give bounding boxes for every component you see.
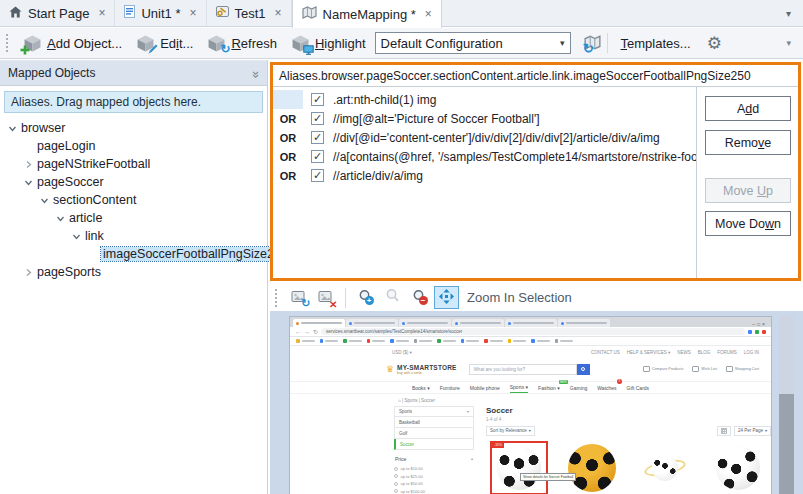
tab-unit1[interactable]: Unit1 *× xyxy=(115,0,206,26)
tree-node-pagesoccer[interactable]: pageSoccer xyxy=(0,173,267,191)
mapped-objects-panel: Mapped Objects » Aliases. Drag mapped ob… xyxy=(0,60,268,494)
preview-scrollbar-thumb[interactable] xyxy=(779,394,794,494)
soccer-ball-image xyxy=(716,446,760,490)
gear-icon[interactable]: ⚙ xyxy=(707,33,722,54)
chevron-down-icon[interactable] xyxy=(38,196,51,205)
move-up-button[interactable]: Move Up xyxy=(705,178,791,203)
chevron-right-icon[interactable] xyxy=(22,268,35,277)
tree-node-article[interactable]: article xyxy=(0,209,267,227)
tab-test1[interactable]: Test1× xyxy=(207,0,292,26)
browser-tab-thumbnail xyxy=(558,319,610,327)
nav-item: Gaming xyxy=(570,383,588,393)
add-selector-button[interactable]: Add xyxy=(705,96,791,121)
nav-item: Watches3 xyxy=(597,383,616,393)
radio-icon xyxy=(394,467,398,471)
new-badge: NEW xyxy=(559,380,568,384)
tree-node-label: pageSports xyxy=(37,265,101,279)
selector-row[interactable]: OR✓//div[@id='content-center']/div/div[2… xyxy=(273,128,696,147)
checkbox-checked-icon[interactable]: ✓ xyxy=(311,150,324,163)
zoom-selection-icon xyxy=(439,289,454,307)
tree-node-link[interactable]: link xyxy=(0,227,267,245)
close-icon[interactable]: × xyxy=(275,6,282,20)
move-down-button[interactable]: Move Down xyxy=(705,211,791,236)
unit-icon xyxy=(124,5,135,21)
double-chevron-icon[interactable]: » xyxy=(249,70,264,75)
checkbox-checked-icon[interactable]: ✓ xyxy=(311,112,324,125)
add-object-button[interactable]: Add Object... xyxy=(16,32,129,55)
close-icon[interactable]: × xyxy=(425,7,432,21)
add-plus-icon xyxy=(20,45,30,55)
tab-start-page[interactable]: Start Page× xyxy=(0,0,115,26)
price-filter-option: up to $100.00 xyxy=(394,488,474,494)
tree-node-pagelogin[interactable]: pageLogin xyxy=(0,137,267,155)
alias-full-path: Aliases.browser.pageSoccer.sectionConten… xyxy=(273,65,798,87)
mapped-objects-title: Mapped Objects xyxy=(8,66,95,80)
extension-icon xyxy=(762,330,766,334)
selector-row[interactable]: ✓.art:nth-child(1) img xyxy=(273,90,696,109)
category-filter: Soccer xyxy=(394,439,474,450)
radio-icon xyxy=(394,482,398,486)
namemapping-icon xyxy=(302,6,317,22)
bookmark-item xyxy=(414,339,433,343)
header-tool: Compare Products xyxy=(643,366,684,372)
checkbox-checked-icon[interactable]: ✓ xyxy=(311,93,324,106)
tree-node-browser[interactable]: browser xyxy=(0,119,267,137)
delete-image-button[interactable]: ✕ xyxy=(313,286,338,309)
tree-node-label: sectionContent xyxy=(53,193,136,207)
refresh-image-button[interactable]: ↻ xyxy=(286,286,311,309)
image-toolbar-grip[interactable] xyxy=(275,289,279,307)
edit-pencil-icon xyxy=(136,35,155,52)
chevron-down-icon[interactable] xyxy=(22,178,35,187)
product-image xyxy=(636,441,694,494)
zoom-in-selection-button[interactable] xyxy=(434,286,459,309)
selector-row[interactable]: OR✓//img[@alt='Picture of Soccer Footbal… xyxy=(273,109,696,128)
nav-item: Gift Cards xyxy=(627,383,650,393)
tree-node-label: pageLogin xyxy=(37,139,95,153)
tree-node-imagesoccerfootballpngsize250[interactable]: imageSoccerFootballPngSize250 xyxy=(0,245,267,263)
zoom-in-button[interactable]: + xyxy=(353,286,378,309)
templates-button[interactable]: Templates... xyxy=(614,33,698,54)
tree-node-sectioncontent[interactable]: sectionContent xyxy=(0,191,267,209)
zoom-in-icon: + xyxy=(357,289,375,306)
selector-text: //a[contains(@href, '/samples/TestComple… xyxy=(333,150,696,164)
close-icon[interactable]: × xyxy=(98,6,105,20)
discount-badge: -15% xyxy=(492,443,504,448)
selector-row[interactable]: OR✓//a[contains(@href, '/samples/TestCom… xyxy=(273,147,696,166)
image-toolbar-separator xyxy=(345,288,346,308)
checkbox-checked-icon[interactable]: ✓ xyxy=(311,131,324,144)
chevron-right-icon[interactable] xyxy=(22,160,35,169)
map-refresh-icon: ↻ xyxy=(584,34,592,52)
highlight-button[interactable]: Highlight xyxy=(284,32,373,55)
chevron-down-icon[interactable] xyxy=(70,232,83,241)
tree-node-pagesports[interactable]: pageSports xyxy=(0,263,267,281)
edit-button[interactable]: Edit... xyxy=(129,32,200,55)
image-preview-area[interactable]: –□× ← → ↻ services.smartbear.com/samples… xyxy=(270,311,803,494)
image-toolbar: ↻ ✕ + xyxy=(270,284,803,311)
favicon xyxy=(402,322,405,325)
close-icon[interactable]: × xyxy=(189,6,196,20)
selector-row[interactable]: OR✓//article/div/a/img xyxy=(273,166,696,185)
chevron-down-icon[interactable] xyxy=(6,124,19,133)
refresh-button[interactable]: ↻ Refresh xyxy=(200,32,284,55)
aliases-drop-hint[interactable]: Aliases. Drag mapped objects here. xyxy=(4,91,263,113)
chevron-down-icon[interactable] xyxy=(54,214,67,223)
refresh-configurations-button[interactable]: ↻ xyxy=(577,34,599,52)
remove-selector-button[interactable]: Remove xyxy=(705,130,791,155)
preview-scrollbar[interactable] xyxy=(779,316,794,494)
configuration-select[interactable]: Default Configuration ▾ xyxy=(375,32,571,54)
captured-page-screenshot[interactable]: –□× ← → ↻ services.smartbear.com/samples… xyxy=(289,316,772,494)
price-filter-option: up to $25.00 xyxy=(394,473,474,481)
checkbox-checked-icon[interactable]: ✓ xyxy=(311,169,324,182)
toolbar-overflow-icon[interactable]: ▾ xyxy=(786,38,800,48)
home-icon xyxy=(9,6,22,21)
browser-tab-thumbnail xyxy=(452,319,504,327)
zoom-out-button[interactable]: − xyxy=(407,286,432,309)
store-search-placeholder: What are you looking for? xyxy=(469,364,577,375)
toolbar-grip[interactable] xyxy=(6,34,10,52)
keyword-test-icon xyxy=(216,5,229,21)
zoom-100-button[interactable] xyxy=(380,286,405,309)
toolbar-separator xyxy=(607,33,608,53)
tree-node-pagenstrikefootball[interactable]: pageNStrikeFootball xyxy=(0,155,267,173)
tab-namemapping[interactable]: NameMapping *× xyxy=(292,0,442,28)
tab-list-dropdown-icon[interactable]: ▾ xyxy=(774,8,803,19)
